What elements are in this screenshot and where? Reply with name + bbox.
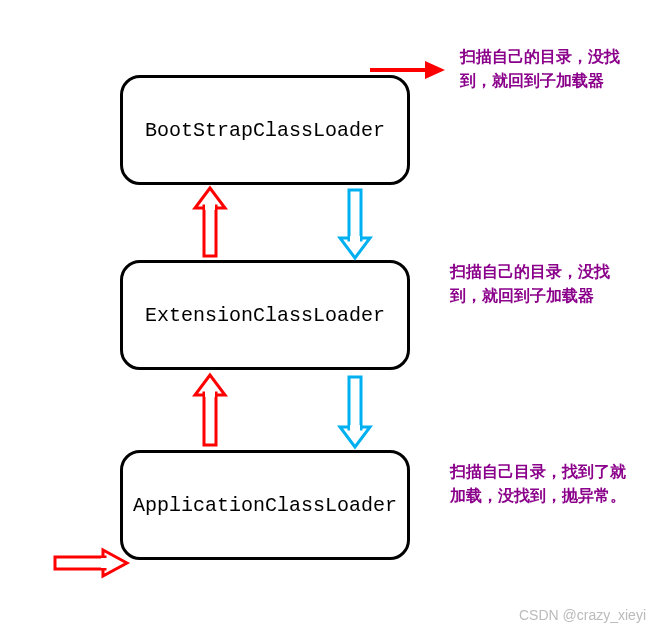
arrow-entry-app (55, 550, 130, 576)
svg-rect-4 (205, 204, 215, 210)
annotation-bootstrap: 扫描自己的目录，没找到，就回到子加载器 (460, 45, 640, 93)
svg-rect-11 (349, 377, 361, 429)
annotation-application: 扫描自己目录，找到了就加载，没找到，抛异常。 (450, 460, 640, 508)
extension-classloader-box: ExtensionClassLoader (120, 260, 410, 370)
svg-rect-13 (350, 425, 360, 431)
svg-rect-16 (101, 558, 107, 568)
arrow-bootstrap-scan (370, 55, 450, 85)
svg-marker-1 (425, 61, 445, 79)
bootstrap-label: BootStrapClassLoader (145, 119, 385, 142)
svg-rect-5 (349, 190, 361, 240)
application-label: ApplicationClassLoader (133, 494, 397, 517)
arrow-ext-to-boot (195, 188, 225, 258)
svg-rect-7 (350, 236, 360, 242)
extension-label: ExtensionClassLoader (145, 304, 385, 327)
application-classloader-box: ApplicationClassLoader (120, 450, 410, 560)
annotation-extension: 扫描自己的目录，没找到，就回到子加载器 (450, 260, 630, 308)
svg-rect-10 (205, 391, 215, 397)
arrow-ext-to-app (340, 375, 370, 447)
bootstrap-classloader-box: BootStrapClassLoader (120, 75, 410, 185)
arrow-app-to-ext (195, 375, 225, 447)
svg-rect-14 (55, 557, 105, 569)
svg-rect-8 (204, 393, 216, 445)
arrow-boot-to-ext (340, 188, 370, 258)
watermark: CSDN @crazy_xieyi (519, 607, 646, 623)
svg-rect-2 (204, 206, 216, 256)
